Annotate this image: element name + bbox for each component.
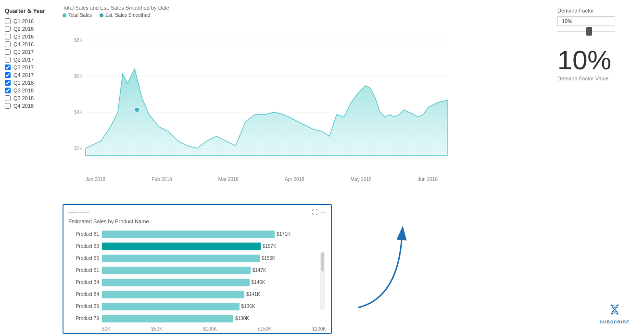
x-label-5: Jun 2018 (418, 177, 438, 182)
bar-row-4[interactable]: $146K (102, 278, 326, 287)
bar-product-label-3: Product 51 (68, 268, 102, 273)
filter-label-5: Q2 2017 (13, 57, 34, 63)
bar-fill-5 (102, 291, 244, 298)
filter-item-11[interactable]: Q4 2018 (5, 103, 53, 109)
bar-product-label-6: Product 29 (68, 304, 102, 309)
bar-value-4: $146K (252, 280, 265, 285)
bar-fill-3 (102, 267, 251, 274)
top-chart-section: Total Sales and Est. Sales Smoothed by D… (63, 5, 543, 199)
bar-value-7: $130K (235, 316, 249, 321)
big-percent-value: 10% (557, 47, 634, 74)
scrollbar-thumb[interactable] (321, 252, 324, 271)
legend-dot-1 (100, 13, 103, 17)
filter-checkbox-8[interactable] (5, 80, 11, 86)
bar-fill-6 (102, 303, 240, 310)
bar-row-6[interactable]: $136K (102, 302, 326, 311)
bar-fill-7 (102, 315, 233, 322)
filter-item-6[interactable]: Q3 2017 (5, 64, 53, 70)
x-label-1: Feb 2018 (152, 177, 172, 182)
bar-x-label-4: $200K (312, 326, 326, 332)
bar-product-label-7: Product 79 (68, 316, 102, 321)
arrow-svg (344, 221, 416, 317)
legend-label-0: Total Sales (68, 13, 92, 18)
bar-labels: Product 81Product 63Product 56Product 51… (68, 228, 102, 324)
drag-handle[interactable] (68, 212, 89, 213)
filter-label-0: Q1 2016 (13, 18, 34, 24)
expand-icon[interactable]: ⛶ (312, 209, 317, 216)
right-panel: Demand Factor 10% 10% Demand Factor Valu… (548, 0, 644, 334)
scrollbar[interactable] (320, 252, 325, 310)
bar-row-1[interactable]: $157K (102, 242, 326, 251)
bar-row-7[interactable]: $130K (102, 314, 326, 323)
filter-label-8: Q1 2018 (13, 80, 34, 86)
content-area: Total Sales and Est. Sales Smoothed by D… (58, 0, 548, 334)
bar-row-3[interactable]: $147K (102, 266, 326, 275)
x-label-3: Apr 2018 (285, 177, 304, 182)
filter-item-5[interactable]: Q2 2017 (5, 57, 53, 63)
bar-row-2[interactable]: $156K (102, 254, 326, 263)
demand-factor-value-box: 10% (557, 16, 615, 26)
filter-label-1: Q2 2016 (13, 26, 34, 32)
filter-checkbox-6[interactable] (5, 64, 11, 70)
filter-checkbox-2[interactable] (5, 34, 11, 39)
svg-text:$6K: $6K (74, 74, 83, 79)
panel-icons: ⛶ ⋯ (312, 209, 326, 216)
filter-item-3[interactable]: Q4 2016 (5, 41, 53, 47)
slider-thumb[interactable] (586, 27, 592, 36)
filter-item-0[interactable]: Q1 2016 (5, 18, 53, 24)
filter-label-4: Q1 2017 (13, 49, 34, 55)
filter-item-10[interactable]: Q3 2018 (5, 95, 53, 101)
panel-header: ⛶ ⋯ (68, 209, 326, 216)
filter-label-11: Q4 2018 (13, 103, 34, 109)
filter-item-4[interactable]: Q1 2017 (5, 49, 53, 55)
bar-product-label-2: Product 56 (68, 256, 102, 261)
filter-item-9[interactable]: Q2 2018 (5, 88, 53, 93)
filter-checkbox-3[interactable] (5, 41, 11, 47)
svg-text:$2K: $2K (74, 146, 83, 151)
filter-checkbox-0[interactable] (5, 18, 11, 24)
x-label-0: Jan 2018 (86, 177, 105, 182)
filter-label-9: Q2 2018 (13, 88, 34, 93)
more-icon[interactable]: ⋯ (320, 209, 326, 216)
demand-factor-label: Demand Factor (557, 8, 634, 13)
x-label-4: May 2018 (351, 177, 372, 182)
slider-container[interactable] (557, 31, 615, 32)
legend-dot-0 (63, 13, 66, 17)
filter-item-1[interactable]: Q2 2016 (5, 26, 53, 32)
bar-x-label-3: $150K (258, 326, 272, 332)
bottom-section: ⛶ ⋯ Estimated Sales by Product Name Prod… (63, 204, 543, 334)
bar-value-1: $157K (263, 244, 277, 249)
bar-row-0[interactable]: $171K (102, 230, 326, 239)
filter-label-3: Q4 2016 (13, 41, 34, 47)
subscribe-area: SUBSCRIBE (600, 304, 630, 324)
filter-label-2: Q3 2016 (13, 34, 34, 39)
bar-value-3: $147K (253, 268, 266, 273)
filter-checkbox-10[interactable] (5, 95, 11, 101)
bar-product-label-0: Product 81 (68, 231, 102, 237)
bar-x-label-2: $100K (203, 326, 217, 332)
bar-fill-0 (102, 231, 275, 238)
dna-icon (607, 304, 622, 315)
bar-chart-title: Estimated Sales by Product Name (68, 218, 326, 224)
filter-item-8[interactable]: Q1 2018 (5, 80, 53, 86)
filter-checkbox-7[interactable] (5, 72, 11, 78)
svg-text:$8K: $8K (74, 38, 83, 43)
bar-fill-4 (102, 279, 250, 286)
filter-item-7[interactable]: Q4 2017 (5, 72, 53, 78)
bar-row-5[interactable]: $141K (102, 290, 326, 299)
filter-checkbox-11[interactable] (5, 103, 11, 109)
bar-value-0: $171K (277, 231, 290, 237)
filter-checkbox-1[interactable] (5, 26, 11, 32)
sidebar: Quarter & Year Q1 2016Q2 2016Q3 2016Q4 2… (0, 0, 58, 334)
filter-checkbox-4[interactable] (5, 49, 11, 55)
bar-product-label-5: Product 84 (68, 292, 102, 297)
x-axis-bar: $0K$50K$100K$150K$200K (68, 324, 326, 332)
bar-x-label-0: $0K (102, 326, 111, 332)
slider-track[interactable] (557, 31, 615, 32)
chart-legend: Total SalesEst. Sales Smoothed (63, 13, 543, 18)
filter-checkbox-5[interactable] (5, 57, 11, 63)
bar-value-6: $136K (241, 304, 255, 309)
filter-checkbox-9[interactable] (5, 88, 11, 93)
filter-item-2[interactable]: Q3 2016 (5, 34, 53, 39)
subscribe-text[interactable]: SUBSCRIBE (600, 320, 630, 324)
